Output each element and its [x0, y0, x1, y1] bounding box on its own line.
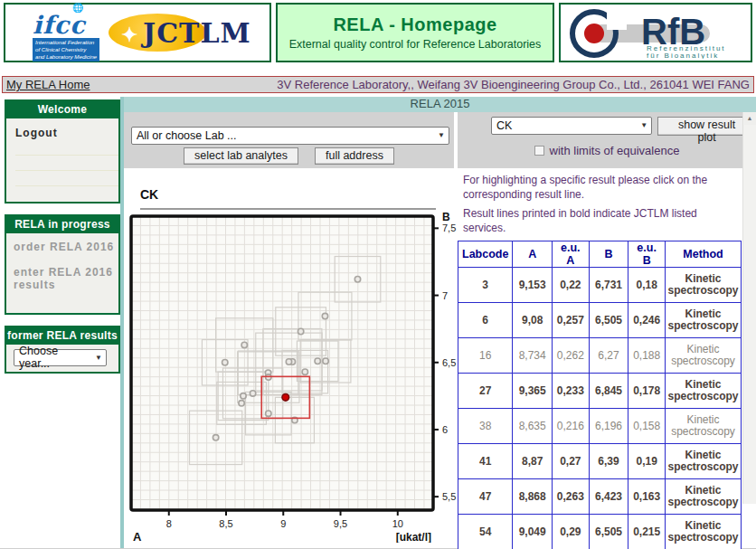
cell-method: Kineticspectroscopy: [666, 409, 742, 444]
svg-text:6: 6: [442, 424, 448, 435]
cell-eua: 0,22: [552, 268, 589, 303]
cell-labcode: 38: [458, 409, 513, 444]
cell-method: Kineticspectroscopy: [666, 303, 742, 338]
topbar: My RELA Home 3V Reference Laboratory,, W…: [2, 76, 754, 93]
cell-a: 9,365: [513, 374, 553, 409]
chevron-down-icon: ▼: [640, 121, 647, 129]
page-title: RELA - Homepage: [333, 14, 496, 35]
cell-eua: 0,263: [552, 479, 589, 515]
right-panel-scrollbar[interactable]: ▲: [742, 112, 756, 504]
column-header: A: [513, 241, 553, 268]
divider: [15, 185, 118, 186]
table-row[interactable]: 279,3650,2336,8450,178Kineticspectroscop…: [458, 374, 742, 409]
divider: [15, 155, 118, 156]
rela-in-progress-box: RELA in progress order RELA 2016 enter R…: [5, 214, 120, 315]
full-address-button[interactable]: full address: [315, 147, 394, 165]
cell-eua: 0,262: [552, 338, 589, 374]
ifcc-wordmark: ifcc: [33, 13, 99, 37]
rfb-subtitle-2: für Bioanalytik: [647, 52, 719, 59]
results-panel: For highlighting a specific result pleas…: [458, 168, 742, 549]
svg-text:9,5: 9,5: [334, 518, 347, 529]
sidebar-item-order-rela[interactable]: order RELA 2016: [14, 241, 118, 253]
title-box: RELA - Homepage External quality control…: [276, 3, 554, 62]
cell-b: 6,196: [589, 409, 628, 444]
cell-method: Kineticspectroscopy: [666, 338, 742, 374]
cell-labcode: 3: [458, 268, 513, 303]
table-row[interactable]: 388,6350,2166,1960,158Kineticspectroscop…: [458, 409, 742, 444]
analyte-select-value: CK: [496, 119, 512, 132]
column-header: Labcode: [458, 241, 513, 268]
svg-text:8: 8: [166, 518, 172, 529]
page-header: 🌐 ifcc International Federation of Clini…: [0, 0, 756, 65]
analyte-panel: CK ▼ show result plot with limits of equ…: [458, 112, 756, 168]
svg-text:7,5: 7,5: [442, 222, 456, 233]
cell-eub: 0,18: [628, 268, 666, 303]
cell-eub: 0,163: [628, 479, 666, 515]
table-row[interactable]: 69,080,2576,5050,246Kineticspectroscopy: [458, 303, 742, 338]
show-result-plot-button[interactable]: show result plot: [657, 117, 756, 136]
cell-b: 6,423: [589, 479, 628, 515]
my-rela-home-link[interactable]: My RELA Home: [6, 78, 90, 91]
cell-eua: 0,27: [552, 444, 589, 479]
cell-labcode: 6: [458, 303, 513, 338]
cell-b: 6,845: [589, 374, 628, 409]
table-row[interactable]: 478,8680,2636,4230,163Kineticspectroscop…: [458, 479, 742, 515]
ck-scatter-plot[interactable]: 88,599,5105,566,577,5BA[ukat/l]: [124, 210, 462, 543]
analyte-select[interactable]: CK ▼: [491, 117, 652, 135]
table-header-row: LabcodeAe.u. ABe.u. BMethod: [458, 241, 742, 268]
scroll-up-icon[interactable]: ▲: [744, 112, 756, 125]
cell-a: 8,635: [513, 409, 553, 444]
svg-text:A: A: [133, 530, 142, 543]
cell-method: Kineticspectroscopy: [666, 515, 742, 549]
select-lab-analytes-button[interactable]: select lab analytes: [184, 147, 298, 165]
cell-b: 6,505: [589, 515, 628, 549]
year-select[interactable]: Choose year... ▼: [14, 349, 107, 366]
cell-labcode: 54: [458, 515, 513, 549]
chevron-down-icon: ▼: [95, 354, 102, 362]
cell-method: Kineticspectroscopy: [666, 444, 742, 479]
limits-equivalence-checkbox[interactable]: [534, 146, 544, 156]
cell-a: 9,049: [513, 515, 553, 549]
logout-link[interactable]: Logout: [15, 127, 58, 139]
table-row[interactable]: 549,0490,296,5050,215Kineticspectroscopy: [458, 515, 742, 549]
divider: [15, 170, 118, 171]
column-header: e.u. A: [552, 241, 589, 268]
lab-select[interactable]: All or choose Lab ... ▼: [131, 127, 449, 145]
column-header: B: [589, 241, 628, 268]
page-subtitle: External quality control for Reference L…: [289, 38, 542, 51]
plot-title: CK: [140, 187, 436, 210]
chevron-down-icon: ▼: [438, 131, 445, 139]
sidebar-item-enter-results[interactable]: enter RELA 2016 results: [14, 266, 118, 291]
rfb-logo: RfB Referenzinstitut für Bioanalytik: [567, 6, 744, 59]
svg-text:9: 9: [280, 518, 286, 529]
jctlm-wordmark: JCTLM: [143, 17, 251, 49]
ifcc-subtitle: International Federation of Clinical Che…: [33, 38, 99, 61]
cell-a: 8,87: [513, 444, 553, 479]
logo-box: 🌐 ifcc International Federation of Clini…: [4, 3, 271, 62]
cell-eua: 0,257: [552, 303, 589, 338]
cell-eub: 0,188: [628, 338, 666, 374]
table-row[interactable]: 168,7340,2626,270,188Kineticspectroscopy: [458, 338, 742, 374]
table-row[interactable]: 418,870,276,390,19Kineticspectroscopy: [458, 444, 742, 479]
cell-labcode: 27: [458, 374, 513, 409]
svg-text:5,5: 5,5: [442, 491, 456, 502]
cell-eub: 0,178: [628, 374, 666, 409]
former-results-box: former RELA results Choose year... ▼: [5, 326, 120, 374]
sidebar: Welcome Logout RELA in progress order RE…: [0, 97, 120, 548]
limits-equivalence-label: with limits of equivalence: [550, 144, 680, 157]
svg-text:10: 10: [392, 518, 403, 529]
svg-text:7: 7: [442, 290, 448, 301]
lab-select-value: All or choose Lab ...: [137, 129, 236, 142]
help-text-1: For highlighting a specific result pleas…: [463, 174, 736, 202]
cell-labcode: 16: [458, 338, 513, 374]
cell-eub: 0,158: [628, 409, 666, 444]
cell-eua: 0,29: [552, 515, 589, 549]
results-table: LabcodeAe.u. ABe.u. BMethod 39,1530,226,…: [458, 241, 742, 549]
cell-a: 8,734: [513, 338, 553, 374]
cell-method: Kineticspectroscopy: [666, 479, 742, 515]
ifcc-logo: 🌐 ifcc International Federation of Clini…: [31, 3, 101, 62]
table-row[interactable]: 39,1530,226,7310,18Kineticspectroscopy: [458, 268, 742, 303]
welcome-box: Welcome Logout: [5, 99, 120, 204]
jctlm-logo: ✦｜ JCTLM: [109, 9, 244, 56]
cell-method: Kineticspectroscopy: [666, 268, 742, 303]
